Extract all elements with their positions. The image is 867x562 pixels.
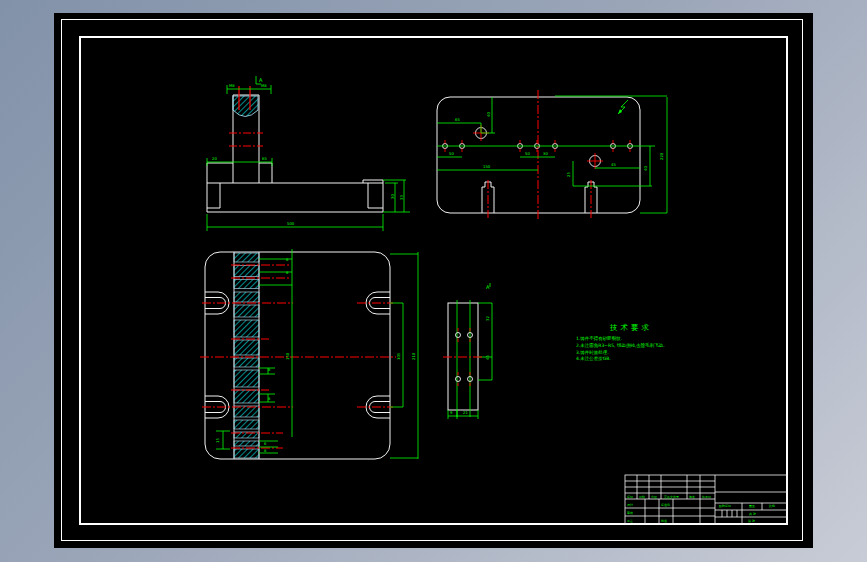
dim-label: 批准 [661, 519, 667, 523]
dim-label: 审核 [627, 511, 633, 515]
dim-label: 8 [286, 257, 289, 262]
dim-label: 工艺 [627, 519, 633, 523]
dim-label: 阶段标记 [719, 504, 731, 508]
dim-label: 45 [611, 162, 616, 167]
dim-label: 共 张 [749, 512, 756, 516]
title-block-grid [625, 475, 787, 524]
dim-label: 21 [463, 410, 468, 415]
dim-label: 30 [543, 151, 548, 156]
dim-label: 9 [450, 410, 453, 415]
dim-label: 处数 [638, 495, 645, 499]
view-top-plan [437, 90, 667, 220]
dim-label: 32 [485, 316, 490, 321]
dim-label: 比例 [769, 504, 775, 508]
drawing-svg: M8M8A20653033500654050503015025454022088… [0, 0, 867, 562]
dim-label: 签名 [689, 495, 695, 499]
dim-label: 40 [486, 112, 491, 117]
dim-label: 150 [483, 164, 491, 169]
dim-label: 8 [264, 448, 267, 453]
finish-symbol-icon [618, 109, 622, 114]
dim-label: 220 [659, 152, 664, 160]
dim-label: 更改文件号 [664, 495, 679, 499]
dim-label: A [259, 77, 263, 83]
dim-label: 8 [286, 270, 289, 275]
dim-label: 25 [566, 172, 571, 177]
dim-label: 33 [399, 195, 404, 200]
dim-label: A [486, 284, 490, 290]
dim-label: M8 [261, 83, 267, 88]
view-front [207, 76, 410, 231]
dim-label: 50 [525, 151, 530, 156]
dim-label: 65 [455, 117, 460, 122]
dim-label: 210 [411, 352, 416, 360]
dim-label: 20 [212, 156, 217, 161]
section-hatch [234, 253, 259, 458]
front-hatch [233, 96, 258, 117]
dim-label: 重量 [749, 504, 755, 508]
notes-line: 2.未注圆角R3~R5, 锐边倒钝,去除毛刺飞边. [576, 343, 686, 350]
dim-label: 30 [390, 194, 395, 199]
dim-label: 年月日 [702, 495, 711, 499]
view-section [200, 249, 418, 459]
dim-label: 第 张 [748, 519, 755, 523]
dim-label: 6 [264, 441, 267, 446]
notes-line: 4.未注公差按GB. [576, 356, 686, 363]
view-side [443, 283, 492, 419]
dimension-labels: M8M8A20653033500654050503015025454022088… [212, 77, 775, 523]
dim-label: 45 [485, 355, 490, 360]
dim-label: 设计 [627, 503, 633, 507]
dim-label: 150 [285, 352, 290, 360]
dim-label: 分区 [651, 495, 657, 499]
notes-line: 3.铸件时效处理. [576, 350, 686, 357]
dim-label: 105 [396, 352, 401, 360]
dim-label: 50 [449, 151, 454, 156]
dim-label: 500 [287, 221, 295, 226]
dim-label: 15 [215, 438, 220, 443]
dim-label: 标准化 [660, 503, 670, 507]
notes-title: 技术要求 [595, 323, 667, 333]
dim-label: 标记 [626, 495, 633, 499]
dim-label: 8 [268, 396, 271, 401]
dim-label: 40 [643, 166, 648, 171]
notes-line: 1.铸件不得有砂眼裂纹. [576, 336, 686, 343]
dim-label: 65 [262, 156, 267, 161]
dim-label: M8 [229, 83, 235, 88]
technical-notes: 技术要求 1.铸件不得有砂眼裂纹. 2.未注圆角R3~R5, 锐边倒钝,去除毛刺… [576, 323, 686, 363]
